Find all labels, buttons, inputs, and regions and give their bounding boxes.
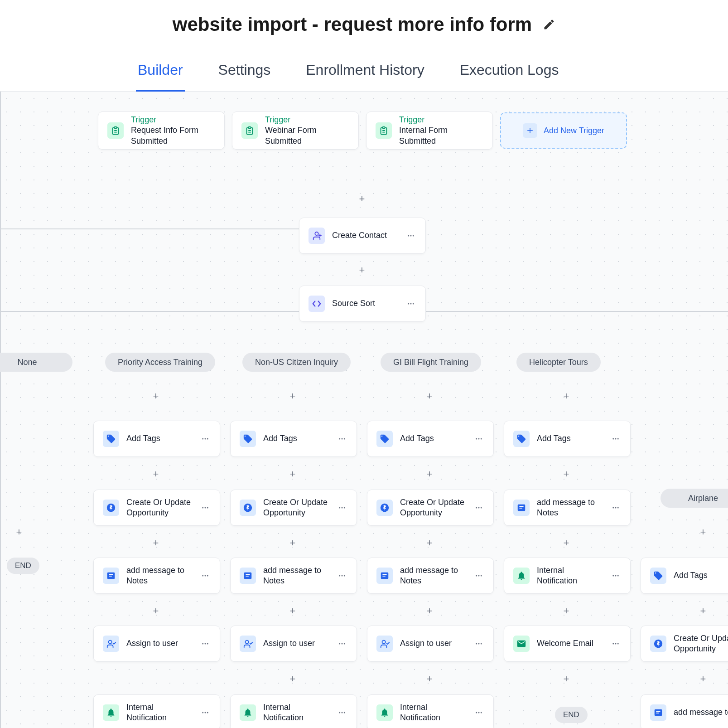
card-menu-icon[interactable]	[200, 433, 211, 444]
card-menu-icon[interactable]	[473, 433, 484, 444]
card-menu-icon[interactable]	[200, 502, 211, 513]
dollar-icon	[376, 500, 393, 516]
action-card[interactable]: Internal Notification	[93, 694, 220, 728]
card-menu-icon[interactable]	[337, 502, 347, 513]
card-menu-icon[interactable]	[337, 433, 347, 444]
add-step-button[interactable]: +	[698, 527, 709, 538]
action-label: Add Tags	[537, 433, 603, 444]
action-card[interactable]: Create Or Update Opportunity	[367, 490, 494, 526]
add-step-button[interactable]: +	[150, 391, 161, 402]
add-step-button[interactable]: +	[424, 391, 435, 402]
add-step-button[interactable]: +	[424, 469, 435, 480]
action-label: Assign to user	[263, 638, 329, 649]
code-icon	[309, 296, 325, 312]
action-card[interactable]: Create Or Update Opportunity	[230, 490, 357, 526]
action-card[interactable]: Welcome Email	[504, 626, 631, 662]
add-step-button[interactable]: +	[14, 527, 24, 538]
add-trigger-button[interactable]: Add New Trigger	[500, 112, 627, 149]
add-step-button[interactable]: +	[357, 194, 367, 204]
add-step-button[interactable]: +	[561, 674, 572, 684]
note-icon	[650, 704, 666, 721]
card-menu-icon[interactable]	[337, 638, 347, 649]
branch-pill-priority[interactable]: Priority Access Training	[105, 353, 215, 372]
action-card[interactable]: Internal Notification	[504, 558, 631, 594]
action-card[interactable]: add message to Notes	[230, 558, 357, 594]
action-label: Add Tags	[400, 433, 466, 444]
add-step-button[interactable]: +	[287, 391, 298, 402]
add-step-button[interactable]: +	[424, 674, 435, 684]
card-menu-icon[interactable]	[610, 638, 621, 649]
contact-icon	[309, 228, 325, 244]
add-step-button[interactable]: +	[357, 265, 367, 276]
card-menu-icon[interactable]	[337, 707, 347, 718]
action-card[interactable]: Assign to user	[230, 626, 357, 662]
card-menu-icon[interactable]	[473, 638, 484, 649]
action-card[interactable]: Add Tags	[641, 558, 728, 594]
card-menu-icon[interactable]	[200, 570, 211, 581]
add-step-button[interactable]: +	[424, 606, 435, 616]
add-step-button[interactable]: +	[424, 538, 435, 548]
action-card[interactable]: Add Tags	[367, 421, 494, 457]
trigger-eyebrow: Trigger	[265, 115, 349, 125]
edit-title-icon[interactable]	[543, 18, 555, 31]
page-header: website import - request more info form	[0, 0, 728, 49]
card-menu-icon[interactable]	[610, 502, 621, 513]
action-card[interactable]: Assign to user	[93, 626, 220, 662]
action-card[interactable]: Create Or Update Opportunity	[93, 490, 220, 526]
action-card-source-sort[interactable]: Source Sort	[299, 286, 426, 322]
branch-pill-nonus[interactable]: Non-US Citizen Inquiry	[242, 353, 351, 372]
card-menu-icon[interactable]	[473, 707, 484, 718]
action-card[interactable]: Create Or Update Opportunity	[641, 626, 728, 662]
trigger-card[interactable]: Trigger Internal Form Submitted	[366, 112, 493, 150]
add-step-button[interactable]: +	[287, 538, 298, 548]
add-trigger-label: Add New Trigger	[544, 126, 604, 136]
add-step-button[interactable]: +	[150, 606, 161, 616]
tab-settings[interactable]: Settings	[217, 50, 273, 92]
add-step-button[interactable]: +	[150, 538, 161, 548]
branch-pill-helicopter[interactable]: Helicopter Tours	[516, 353, 601, 372]
add-step-button[interactable]: +	[287, 606, 298, 616]
trigger-card[interactable]: Trigger Webinar Form Submitted	[232, 112, 359, 150]
page-title: website import - request more info form	[173, 14, 532, 35]
card-menu-icon[interactable]	[337, 570, 347, 581]
card-menu-icon[interactable]	[200, 638, 211, 649]
action-label: Create Contact	[332, 230, 398, 241]
add-step-button[interactable]: +	[150, 469, 161, 480]
action-card-create-contact[interactable]: Create Contact	[299, 218, 426, 254]
branch-pill-gibill[interactable]: GI Bill Flight Training	[381, 353, 481, 372]
tab-execution-logs[interactable]: Execution Logs	[458, 50, 561, 92]
card-menu-icon[interactable]	[473, 502, 484, 513]
action-card[interactable]: Internal Notification	[230, 694, 357, 728]
branch-pill-airplane[interactable]: Airplane	[661, 489, 728, 508]
action-card[interactable]: add message to Notes	[504, 490, 631, 526]
card-menu-icon[interactable]	[473, 570, 484, 581]
tab-builder[interactable]: Builder	[136, 50, 185, 92]
action-card[interactable]: Add Tags	[93, 421, 220, 457]
card-menu-icon[interactable]	[405, 230, 416, 241]
add-step-button[interactable]: +	[561, 391, 572, 402]
card-menu-icon[interactable]	[610, 570, 621, 581]
tab-enrollment-history[interactable]: Enrollment History	[304, 50, 426, 92]
trigger-card[interactable]: Trigger Request Info Form Submitted	[98, 112, 225, 150]
add-step-button[interactable]: +	[287, 469, 298, 480]
card-menu-icon[interactable]	[405, 298, 416, 309]
card-menu-icon[interactable]	[200, 707, 211, 718]
action-card[interactable]: Internal Notification	[367, 694, 494, 728]
action-card[interactable]: Add Tags	[504, 421, 631, 457]
branch-pill-none[interactable]: None	[0, 353, 72, 372]
action-card[interactable]: Assign to user	[367, 626, 494, 662]
action-card[interactable]: add message to Notes	[367, 558, 494, 594]
workflow-canvas[interactable]: Trigger Request Info Form Submitted Trig…	[0, 92, 728, 728]
add-step-button[interactable]: +	[287, 674, 298, 684]
trigger-title: Internal Form Submitted	[399, 125, 483, 146]
action-card[interactable]: add message to Notes	[93, 558, 220, 594]
action-label: add message to Not	[674, 707, 728, 718]
add-step-button[interactable]: +	[698, 606, 709, 616]
add-step-button[interactable]: +	[561, 538, 572, 548]
add-step-button[interactable]: +	[561, 606, 572, 616]
add-step-button[interactable]: +	[698, 674, 709, 684]
add-step-button[interactable]: +	[561, 469, 572, 480]
action-card[interactable]: Add Tags	[230, 421, 357, 457]
action-card[interactable]: add message to Not	[641, 694, 728, 728]
card-menu-icon[interactable]	[610, 433, 621, 444]
